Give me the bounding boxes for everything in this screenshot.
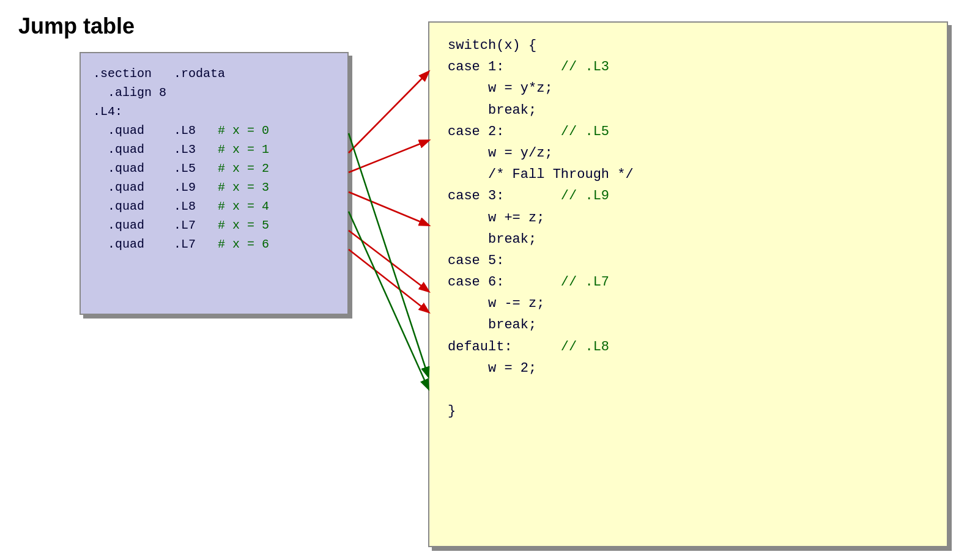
svg-line-0 bbox=[349, 72, 428, 153]
code-line-switch: switch(x) { bbox=[448, 35, 928, 56]
svg-line-2 bbox=[349, 192, 428, 225]
asm-line-2: .align 8 bbox=[93, 83, 335, 102]
code-line-case1: case 1: // .L3 bbox=[448, 56, 928, 78]
code-line-default: default: // .L8 bbox=[448, 336, 928, 358]
code-line-case6: case 6: // .L7 bbox=[448, 271, 928, 293]
code-line-case2: case 2: // .L5 bbox=[448, 121, 928, 142]
asm-line-6: .quad .L5 # x = 2 bbox=[93, 159, 335, 178]
svg-line-4 bbox=[349, 249, 428, 312]
code-line-break1: break; bbox=[448, 100, 928, 121]
asm-line-3: .L4: bbox=[93, 102, 335, 121]
code-box: switch(x) { case 1: // .L3 w = y*z; brea… bbox=[428, 21, 948, 547]
assembly-box: .section .rodata .align 8 .L4: .quad .L8… bbox=[80, 52, 349, 315]
asm-line-8: .quad .L8 # x = 4 bbox=[93, 197, 335, 216]
code-line-case3: case 3: // .L9 bbox=[448, 185, 928, 207]
code-line-w-ydivz: w = y/z; bbox=[448, 142, 928, 164]
svg-line-6 bbox=[349, 212, 428, 388]
code-line-w-2: w = 2; bbox=[448, 358, 928, 379]
svg-line-3 bbox=[349, 230, 428, 291]
code-line-w-yz: w = y*z; bbox=[448, 78, 928, 99]
svg-line-1 bbox=[349, 141, 428, 172]
asm-line-7: .quad .L9 # x = 3 bbox=[93, 178, 335, 197]
code-line-break3: break; bbox=[448, 229, 928, 250]
code-line-empty bbox=[448, 379, 928, 400]
page-title: Jump table bbox=[18, 13, 135, 39]
asm-line-10: .quad .L7 # x = 6 bbox=[93, 235, 335, 254]
code-line-case5: case 5: bbox=[448, 250, 928, 271]
code-line-w-pluseq: w += z; bbox=[448, 207, 928, 229]
asm-line-1: .section .rodata bbox=[93, 64, 335, 83]
code-line-fallthrough: /* Fall Through */ bbox=[448, 164, 928, 185]
code-line-w-minuseq: w -= z; bbox=[448, 293, 928, 314]
asm-line-5: .quad .L3 # x = 1 bbox=[93, 140, 335, 159]
code-line-break6: break; bbox=[448, 314, 928, 336]
asm-line-4: .quad .L8 # x = 0 bbox=[93, 121, 335, 140]
asm-line-9: .quad .L7 # x = 5 bbox=[93, 216, 335, 235]
code-line-close: } bbox=[448, 400, 928, 422]
svg-line-5 bbox=[349, 133, 428, 376]
